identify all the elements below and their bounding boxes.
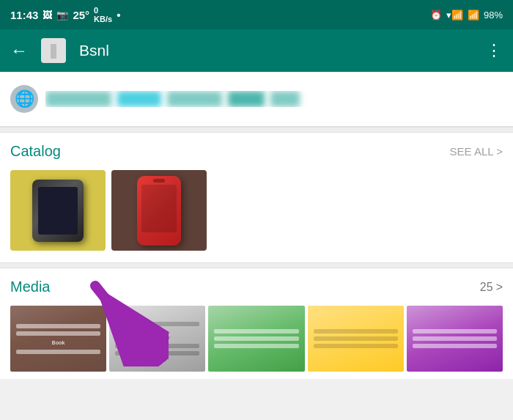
blurred-text-4 bbox=[228, 91, 265, 107]
battery-text: 98% bbox=[484, 10, 503, 21]
media-thumb-3[interactable] bbox=[208, 306, 304, 372]
catalog-item-2[interactable] bbox=[111, 170, 207, 251]
catalog-header: Catalog SEE ALL > bbox=[10, 143, 503, 160]
media-thumbnails: Book The Theoryof Relativity bbox=[10, 306, 503, 372]
section-divider-2 bbox=[0, 262, 513, 268]
catalog-images bbox=[10, 170, 503, 251]
back-button[interactable]: ← bbox=[10, 40, 28, 61]
catalog-section: Catalog SEE ALL > bbox=[0, 133, 513, 262]
alarm-icon: ⏰ bbox=[430, 10, 442, 21]
globe-icon: 🌐 bbox=[10, 85, 38, 113]
wifi-icon: ▾📶 bbox=[446, 10, 463, 21]
banner-content bbox=[45, 91, 503, 107]
blurred-text-3 bbox=[167, 91, 222, 107]
media-count[interactable]: 25 > bbox=[480, 281, 503, 294]
dot-indicator: • bbox=[117, 9, 120, 21]
status-speed: 0KB/s bbox=[94, 6, 112, 23]
svg-rect-1 bbox=[51, 44, 56, 59]
person-icon bbox=[45, 43, 62, 59]
book-image-1: Book bbox=[10, 318, 106, 360]
book-image-2: The Theoryof Relativity bbox=[109, 316, 205, 361]
more-options-button[interactable]: ⋮ bbox=[486, 41, 503, 60]
book-image-5 bbox=[407, 323, 503, 354]
contact-avatar bbox=[41, 38, 66, 63]
phone-red-image bbox=[137, 176, 181, 246]
blurred-text-5 bbox=[270, 91, 300, 107]
media-thumb-1[interactable]: Book bbox=[10, 306, 106, 372]
book-image-4 bbox=[308, 323, 404, 354]
media-thumb-5[interactable] bbox=[407, 306, 503, 372]
blurred-text-1 bbox=[45, 91, 111, 107]
status-bar: 11:43 🖼 📷 25° 0KB/s • ⏰ ▾📶 📶 98% bbox=[0, 0, 513, 29]
signal-icon: 📶 bbox=[468, 10, 479, 21]
media-thumb-4[interactable] bbox=[308, 306, 404, 372]
media-thumb-2[interactable]: The Theoryof Relativity bbox=[109, 306, 205, 372]
status-left: 11:43 🖼 📷 25° 0KB/s • bbox=[10, 6, 120, 23]
phone-dark-image bbox=[32, 180, 84, 242]
status-temp: 25° bbox=[73, 9, 89, 21]
catalog-item-1[interactable] bbox=[10, 170, 106, 251]
media-header: Media 25 > bbox=[10, 279, 503, 295]
catalog-see-all-button[interactable]: SEE ALL > bbox=[450, 145, 503, 158]
media-title: Media bbox=[10, 279, 50, 295]
app-title: Bsnl bbox=[79, 42, 473, 59]
camera-icon: 📷 bbox=[56, 10, 68, 21]
chat-banner: 🌐 bbox=[0, 72, 513, 127]
catalog-title: Catalog bbox=[10, 143, 61, 160]
status-time: 11:43 bbox=[10, 9, 38, 21]
media-section: Media 25 > Book The Theoryof Relativity bbox=[0, 268, 513, 379]
blurred-text-2 bbox=[117, 91, 161, 107]
section-divider-1 bbox=[0, 127, 513, 133]
app-bar: ← Bsnl ⋮ bbox=[0, 29, 513, 72]
status-right: ⏰ ▾📶 📶 98% bbox=[430, 10, 503, 21]
book-image-3 bbox=[208, 323, 304, 354]
image-icon: 🖼 bbox=[43, 10, 52, 21]
